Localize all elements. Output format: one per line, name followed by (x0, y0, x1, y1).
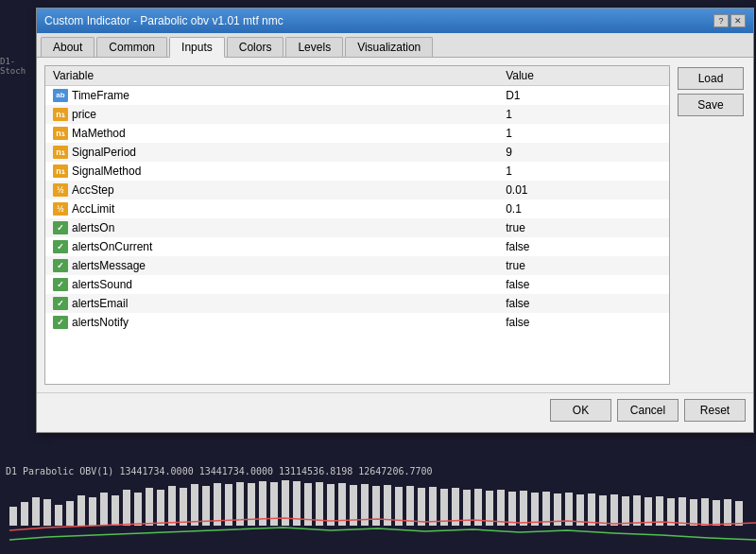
svg-rect-36 (418, 488, 425, 526)
inputs-table-container: Variable Value ab TimeFrame D1 (44, 65, 670, 385)
type-icon: ½ (53, 202, 68, 216)
help-button[interactable]: ? (713, 14, 729, 27)
table-row[interactable]: ✓ alertsEmail false (45, 294, 669, 313)
value-cell: 1 (498, 162, 669, 181)
variable-name: SignalMethod (72, 164, 141, 178)
tab-levels[interactable]: Levels (285, 37, 343, 57)
tab-bar: About Common Inputs Colors Levels Visual… (37, 33, 753, 58)
svg-rect-45 (520, 491, 527, 526)
variable-cell: n₁ MaMethod (45, 124, 498, 143)
svg-rect-35 (406, 486, 414, 526)
table-row[interactable]: ✓ alertsOn true (45, 218, 669, 237)
type-icon: ✓ (53, 221, 68, 234)
value-cell: false (498, 237, 669, 256)
svg-rect-60 (690, 499, 697, 526)
svg-rect-3 (43, 499, 51, 526)
svg-rect-54 (622, 496, 629, 526)
variable-cell: ✓ alertsOnCurrent (45, 237, 498, 256)
ok-button[interactable]: OK (550, 399, 611, 422)
svg-rect-18 (214, 483, 221, 526)
table-row[interactable]: n₁ price 1 (45, 105, 669, 124)
variable-name: AccLimit (72, 202, 114, 216)
value-cell: false (498, 294, 669, 313)
chart-svg (0, 478, 756, 554)
value-cell: D1 (498, 86, 669, 105)
table-row[interactable]: n₁ MaMethod 1 (45, 124, 669, 143)
type-icon: ab (53, 89, 68, 102)
value-cell: 9 (498, 143, 669, 162)
svg-rect-61 (701, 498, 709, 526)
svg-rect-15 (180, 488, 187, 526)
variable-name: alertsSound (72, 278, 132, 291)
cancel-button[interactable]: Cancel (617, 399, 679, 422)
col-variable-header: Variable (45, 66, 498, 86)
type-icon: n₁ (53, 127, 68, 140)
variable-cell: ✓ alertsSound (45, 275, 498, 294)
title-bar-controls: ? ✕ (713, 14, 746, 27)
svg-rect-14 (168, 486, 176, 526)
close-button[interactable]: ✕ (730, 14, 746, 27)
left-chart-strip: D1-Stoch (0, 0, 36, 435)
svg-rect-0 (9, 507, 17, 526)
table-row[interactable]: ½ AccLimit 0.1 (45, 199, 669, 218)
dialog-window: Custom Indicator - Parabolic obv v1.01 m… (36, 8, 754, 433)
table-row[interactable]: n₁ SignalMethod 1 (45, 162, 669, 181)
svg-rect-13 (157, 490, 164, 526)
variable-name: alertsOnCurrent (72, 240, 152, 253)
svg-rect-28 (327, 484, 335, 526)
svg-rect-16 (191, 484, 198, 526)
title-bar: Custom Indicator - Parabolic obv v1.01 m… (37, 9, 753, 33)
svg-rect-44 (508, 492, 516, 526)
svg-rect-27 (316, 482, 323, 526)
table-row[interactable]: ✓ alertsNotify false (45, 313, 669, 332)
chart-left-label: D1-Stoch (0, 57, 34, 76)
tab-colors[interactable]: Colors (227, 37, 284, 57)
svg-rect-56 (644, 497, 652, 526)
tab-about[interactable]: About (41, 37, 94, 57)
variable-name: SignalPeriod (72, 146, 136, 159)
svg-rect-38 (440, 489, 448, 526)
svg-rect-52 (599, 495, 607, 526)
variable-name: price (72, 108, 96, 121)
dialog-title: Custom Indicator - Parabolic obv v1.01 m… (44, 14, 284, 27)
variable-cell: ✓ alertsEmail (45, 294, 498, 313)
table-row[interactable]: ✓ alertsOnCurrent false (45, 237, 669, 256)
table-row[interactable]: ✓ alertsSound false (45, 275, 669, 294)
type-icon: ½ (53, 183, 68, 197)
type-icon: n₁ (53, 164, 68, 178)
variable-cell: ½ AccStep (45, 181, 498, 199)
tab-inputs[interactable]: Inputs (169, 37, 225, 58)
table-row[interactable]: n₁ SignalPeriod 9 (45, 143, 669, 162)
svg-rect-37 (429, 487, 437, 526)
type-icon: ✓ (53, 297, 68, 310)
status-text: D1 Parabolic OBV(1) 13441734.0000 134417… (6, 466, 433, 476)
save-button[interactable]: Save (678, 94, 744, 116)
load-button[interactable]: Load (678, 67, 744, 90)
svg-rect-6 (77, 495, 85, 526)
variable-name: alertsEmail (72, 297, 128, 310)
tab-visualization[interactable]: Visualization (345, 37, 433, 57)
content-area: Variable Value ab TimeFrame D1 (37, 58, 753, 392)
status-bar: D1 Parabolic OBV(1) 13441734.0000 134417… (0, 464, 756, 478)
svg-rect-62 (713, 500, 720, 526)
table-row[interactable]: ½ AccStep 0.01 (45, 181, 669, 199)
type-icon: n₁ (53, 146, 68, 159)
svg-rect-63 (724, 499, 731, 526)
svg-rect-8 (100, 493, 108, 526)
svg-rect-11 (134, 493, 142, 526)
svg-rect-58 (667, 498, 675, 526)
value-cell: 0.01 (498, 181, 669, 199)
svg-rect-10 (123, 490, 130, 526)
svg-rect-47 (542, 492, 550, 526)
tab-common[interactable]: Common (96, 37, 167, 57)
chart-bottom (0, 478, 756, 554)
svg-rect-64 (735, 501, 743, 526)
value-cell: true (498, 218, 669, 237)
variable-name: alertsMessage (72, 259, 146, 272)
table-row[interactable]: ab TimeFrame D1 (45, 86, 669, 105)
table-row[interactable]: ✓ alertsMessage true (45, 256, 669, 275)
svg-rect-19 (225, 484, 232, 526)
variable-name: alertsOn (72, 221, 114, 234)
reset-button[interactable]: Reset (684, 399, 746, 422)
svg-rect-51 (588, 493, 595, 526)
